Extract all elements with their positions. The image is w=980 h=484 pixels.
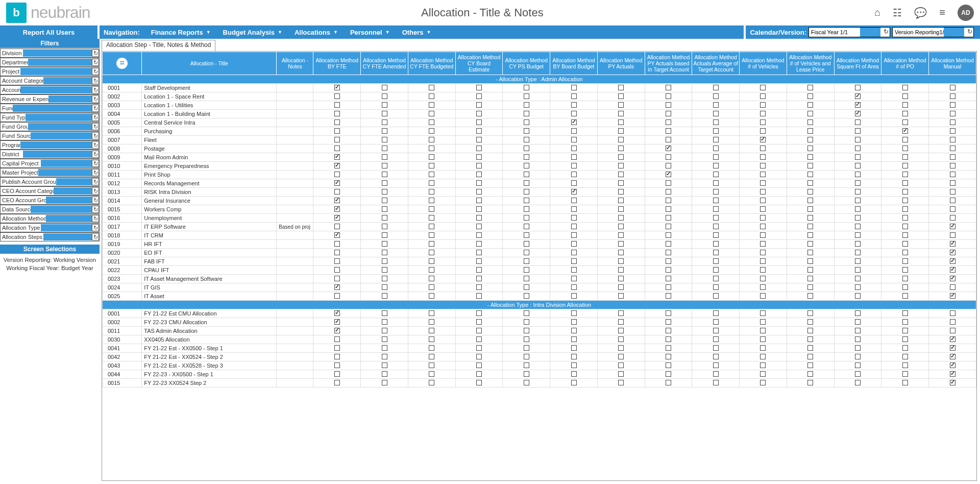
menu-icon[interactable]: ≡: [939, 7, 945, 18]
fiscal-year-selector[interactable]: Fiscal Year 1/1 ↻: [808, 27, 890, 37]
cell-checkbox[interactable]: [313, 361, 361, 370]
cell-checkbox[interactable]: [361, 127, 408, 136]
checkbox-icon[interactable]: [618, 119, 624, 125]
cell-checkbox[interactable]: [787, 84, 834, 92]
checkbox-icon[interactable]: [476, 232, 482, 238]
cell-checkbox[interactable]: [455, 370, 503, 379]
cell-checkbox[interactable]: [455, 92, 503, 101]
checkbox-icon[interactable]: [666, 362, 671, 368]
cell-title[interactable]: TAS Admin Allocation: [142, 327, 277, 335]
cell-checkbox[interactable]: [929, 240, 976, 249]
cell-checkbox[interactable]: [455, 84, 503, 92]
cell-checkbox[interactable]: [550, 249, 598, 257]
cell-checkbox[interactable]: [550, 136, 598, 144]
checkbox-icon[interactable]: [950, 154, 955, 160]
checkbox-icon[interactable]: [618, 380, 624, 385]
cell-checkbox[interactable]: [408, 292, 455, 301]
cell-checkbox[interactable]: [550, 292, 598, 301]
cell-checkbox[interactable]: [929, 318, 976, 327]
cell-checkbox[interactable]: [597, 197, 645, 205]
cell-checkbox[interactable]: [503, 240, 550, 249]
checkbox-icon[interactable]: [382, 172, 387, 177]
cell-checkbox[interactable]: [692, 205, 740, 214]
refresh-icon[interactable]: [92, 206, 99, 213]
cell-checkbox[interactable]: [645, 171, 692, 179]
checkbox-icon[interactable]: [760, 119, 766, 125]
cell-checkbox[interactable]: [645, 214, 692, 223]
checkbox-icon[interactable]: [571, 267, 577, 273]
cell-notes[interactable]: [277, 327, 313, 335]
checkbox-icon[interactable]: [524, 154, 529, 160]
checkbox-icon[interactable]: [382, 250, 387, 255]
checkbox-icon[interactable]: [334, 215, 340, 221]
cell-checkbox[interactable]: [740, 257, 787, 266]
cell-checkbox[interactable]: [645, 162, 692, 171]
checkbox-icon[interactable]: [902, 189, 908, 195]
checkbox-icon[interactable]: [855, 206, 861, 212]
cell-checkbox[interactable]: [408, 379, 455, 388]
cell-notes[interactable]: [277, 144, 313, 153]
cell-checkbox[interactable]: [834, 205, 881, 214]
cell-title[interactable]: Records Management: [142, 179, 277, 188]
cell-title[interactable]: FY 22-23 XX0524 Step 2: [142, 379, 277, 388]
cell-checkbox[interactable]: [740, 283, 787, 292]
checkbox-icon[interactable]: [807, 380, 813, 385]
cell-checkbox[interactable]: [503, 327, 550, 335]
checkbox-icon[interactable]: [429, 310, 434, 316]
filter-item[interactable]: District10/10: [0, 150, 100, 159]
cell-checkbox[interactable]: [503, 379, 550, 388]
checkbox-icon[interactable]: [334, 241, 340, 247]
refresh-icon[interactable]: [92, 151, 99, 158]
checkbox-icon[interactable]: [476, 328, 482, 333]
cell-checkbox[interactable]: [503, 136, 550, 144]
checkbox-icon[interactable]: [571, 232, 577, 238]
checkbox-icon[interactable]: [666, 154, 671, 160]
cell-checkbox[interactable]: [645, 153, 692, 162]
cell-checkbox[interactable]: [881, 144, 929, 153]
checkbox-icon[interactable]: [666, 284, 671, 290]
cell-checkbox[interactable]: [503, 144, 550, 153]
checkbox-icon[interactable]: [666, 354, 671, 359]
cell-checkbox[interactable]: [503, 344, 550, 353]
checkbox-icon[interactable]: [571, 284, 577, 290]
cell-checkbox[interactable]: [455, 309, 503, 318]
checkbox-icon[interactable]: [382, 119, 387, 125]
checkbox-icon[interactable]: [950, 336, 955, 342]
checkbox-icon[interactable]: [334, 328, 340, 333]
cell-checkbox[interactable]: [929, 249, 976, 257]
cell-title[interactable]: IT ERP Software: [142, 223, 277, 231]
checkbox-icon[interactable]: [618, 371, 624, 377]
checkbox-icon[interactable]: [666, 258, 671, 264]
cell-checkbox[interactable]: [361, 153, 408, 162]
cell-checkbox[interactable]: [787, 249, 834, 257]
checkbox-icon[interactable]: [950, 293, 955, 299]
cell-checkbox[interactable]: [834, 361, 881, 370]
cell-checkbox[interactable]: [881, 188, 929, 197]
checkbox-icon[interactable]: [855, 241, 861, 247]
cell-checkbox[interactable]: [834, 318, 881, 327]
filter-item[interactable]: Revenue or Expense2/2: [0, 94, 100, 104]
cell-notes[interactable]: [277, 361, 313, 370]
cell-checkbox[interactable]: [503, 309, 550, 318]
checkbox-icon[interactable]: [429, 319, 434, 325]
refresh-icon[interactable]: [92, 114, 99, 121]
checkbox-icon[interactable]: [429, 354, 434, 359]
checkbox-icon[interactable]: [760, 102, 766, 108]
cell-checkbox[interactable]: [929, 266, 976, 275]
cell-checkbox[interactable]: [645, 353, 692, 361]
checkbox-icon[interactable]: [760, 371, 766, 377]
checkbox-icon[interactable]: [571, 146, 577, 151]
cell-notes[interactable]: [277, 283, 313, 292]
checkbox-icon[interactable]: [334, 345, 340, 351]
checkbox-icon[interactable]: [476, 276, 482, 281]
checkbox-icon[interactable]: [382, 258, 387, 264]
cell-checkbox[interactable]: [597, 127, 645, 136]
cell-notes[interactable]: [277, 188, 313, 197]
checkbox-icon[interactable]: [902, 241, 908, 247]
cell-checkbox[interactable]: [361, 335, 408, 344]
cell-checkbox[interactable]: [597, 223, 645, 231]
checkbox-icon[interactable]: [855, 267, 861, 273]
checkbox-icon[interactable]: [713, 354, 719, 359]
cell-checkbox[interactable]: [881, 353, 929, 361]
checkbox-icon[interactable]: [334, 284, 340, 290]
